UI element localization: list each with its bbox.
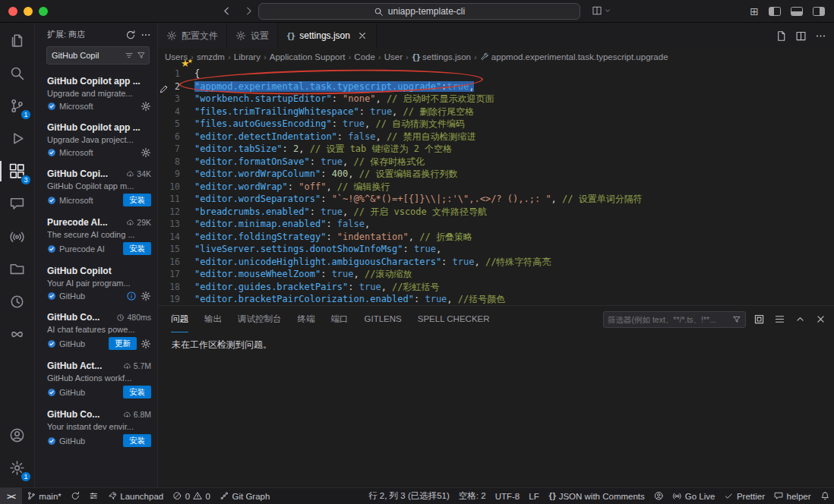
edit-pencil-icon[interactable] (159, 84, 169, 94)
verified-publisher-icon (47, 291, 56, 301)
activity-bar-search[interactable] (0, 57, 34, 90)
toggle-secondary-sidebar-icon[interactable] (813, 7, 825, 16)
filter-funnel-icon[interactable] (137, 51, 146, 60)
panel-tab-端口[interactable]: 端口 (331, 306, 349, 332)
panel-tab-SPELL CHECKER[interactable]: SPELL CHECKER (418, 306, 490, 332)
status-gitlens-toggle[interactable] (84, 488, 103, 504)
tab-配置文件[interactable]: 配置文件 (158, 23, 227, 49)
install-button[interactable]: 安装 (123, 242, 151, 255)
manage-extension-icon[interactable] (141, 291, 151, 301)
close-panel-icon[interactable] (815, 313, 826, 325)
extension-list-item[interactable]: GitHub Act...5.7MGitHub Actions workf...… (35, 355, 157, 404)
extension-meta: 480ms (116, 313, 151, 322)
status-problems[interactable]: 00 (168, 488, 215, 504)
status-go-live[interactable]: Go Live (668, 488, 719, 504)
extensions-search-input[interactable] (52, 51, 122, 60)
filter-icon[interactable] (732, 315, 741, 324)
activity-bar-gitlens[interactable] (0, 318, 34, 351)
forward-icon[interactable] (243, 5, 254, 17)
activity-bar-live-server[interactable] (0, 220, 34, 253)
status-sync[interactable] (66, 488, 85, 504)
activity-bar-manage[interactable]: 1 (0, 452, 34, 484)
tab-设置[interactable]: 设置 (227, 23, 278, 49)
toggle-panel-icon[interactable] (791, 7, 803, 16)
split-editor-icon[interactable] (795, 30, 807, 42)
status-language-mode[interactable]: {}JSON with Comments (544, 488, 649, 504)
extension-list-item[interactable]: GitHub Copilot app ...Upgrade and migrat… (35, 71, 157, 117)
activity-bar-accounts[interactable] (0, 419, 34, 452)
copilot-sparkle-icon[interactable]: ★★ (181, 58, 195, 68)
more-editor-actions-icon[interactable] (815, 30, 826, 42)
close-window-button[interactable] (8, 7, 17, 16)
tab-settings.json[interactable]: {}settings.json (278, 23, 377, 49)
status-eol[interactable]: LF (524, 488, 543, 504)
extension-list-item[interactable]: GitHub CopilotYour AI pair program...Git… (35, 260, 157, 307)
filter-extensions-icon[interactable] (125, 51, 134, 60)
activity-bar-explorer[interactable] (0, 24, 34, 57)
status-encoding[interactable]: UTF-8 (491, 488, 525, 504)
extension-list-item[interactable]: GitHub Co...6.8MYour instant dev envir..… (35, 404, 157, 452)
panel-tab-输出[interactable]: 输出 (204, 306, 222, 332)
breadcrumb-item[interactable]: {}settings.json (412, 52, 471, 62)
status-accounts[interactable] (649, 488, 668, 504)
extension-info-icon[interactable] (126, 291, 137, 301)
close-tab-icon[interactable] (357, 30, 368, 41)
panel-tab-调试控制台[interactable]: 调试控制台 (238, 306, 282, 332)
install-button[interactable]: 安装 (123, 386, 151, 398)
extension-list-item[interactable]: Purecode AI...29KThe secure AI coding ..… (35, 212, 157, 260)
status-indentation[interactable]: 空格: 2 (454, 488, 491, 504)
status-launchpad[interactable]: Launchpad (103, 488, 168, 504)
problems-filter-input[interactable] (608, 315, 729, 324)
zoom-window-button[interactable] (39, 7, 48, 16)
back-icon[interactable] (221, 5, 232, 17)
line-number: 9 (158, 168, 180, 181)
manage-extension-icon[interactable] (141, 339, 151, 349)
extension-description: Your instant dev envir... (47, 422, 151, 431)
status-remote[interactable]: >< (0, 488, 22, 504)
status-notifications[interactable] (816, 488, 834, 504)
breadcrumb-item[interactable]: Code (354, 52, 375, 61)
command-center-search[interactable]: uniapp-template-cli (258, 3, 580, 20)
panel-tab-GITLENS[interactable]: GITLENS (365, 306, 402, 332)
panel-tab-终端[interactable]: 终端 (298, 306, 315, 332)
activity-bar-run-and-debug[interactable] (0, 122, 34, 155)
extension-list-item[interactable]: GitHub Copilot app ...Upgrade Java proje… (35, 117, 157, 163)
editor-layout-dropdown[interactable] (592, 5, 611, 16)
customize-layout-icon[interactable]: ⊞ (750, 5, 759, 17)
toggle-primary-sidebar-icon[interactable] (769, 7, 781, 16)
manage-extension-icon[interactable] (141, 147, 151, 158)
status-prettier[interactable]: Prettier (719, 488, 769, 504)
minimize-window-button[interactable] (24, 7, 33, 16)
more-extension-actions-icon[interactable] (141, 30, 151, 40)
status-helper[interactable]: helper (769, 488, 815, 504)
panel-menu-icon[interactable] (774, 313, 785, 325)
extension-list-item[interactable]: GitHub Co...480msAI chat features powe..… (35, 307, 157, 355)
breadcrumb-item[interactable]: smzdm (197, 52, 225, 61)
breadcrumb-item[interactable]: User (384, 52, 403, 61)
maximize-panel-icon[interactable] (795, 313, 806, 325)
editor[interactable]: 12345678910111213141516171819 {"appmod.e… (158, 65, 834, 305)
activity-bar-project-folder[interactable] (0, 253, 34, 285)
status-git-graph[interactable]: Git Graph (215, 488, 274, 504)
code-content[interactable]: {"appmod.experimental.task.typescript.up… (191, 65, 834, 305)
sidebar-header: 扩展: 商店 (35, 23, 157, 46)
manage-extension-icon[interactable] (141, 101, 151, 112)
breadcrumb-item[interactable]: Application Support (270, 52, 346, 61)
extension-list-item[interactable]: GitHub Copi...34KGitHub Copilot app m...… (35, 163, 157, 212)
activity-bar-source-control[interactable]: 1 (0, 90, 34, 122)
install-button[interactable]: 更新 (109, 337, 137, 350)
status-branch[interactable]: main* (22, 488, 66, 504)
refresh-extensions-icon[interactable] (125, 30, 136, 40)
install-button[interactable]: 安装 (123, 434, 151, 447)
panel-view-mode-icon[interactable] (753, 313, 765, 325)
open-settings-ui-icon[interactable] (776, 30, 787, 42)
activity-bar-copilot-chat[interactable] (0, 187, 34, 220)
search-icon (9, 65, 25, 81)
breadcrumb-item[interactable]: Library (234, 52, 261, 61)
panel-tab-问题[interactable]: 问题 (171, 306, 188, 332)
activity-bar-timeline[interactable] (0, 285, 34, 318)
activity-bar-extensions[interactable]: 3 (0, 155, 34, 187)
status-cursor-position[interactable]: 行 2, 列 3 (已选择51) (364, 488, 454, 504)
breadcrumb-item[interactable]: appmod.experimental.task.typescript.upgr… (480, 52, 668, 61)
install-button[interactable]: 安装 (123, 194, 151, 206)
